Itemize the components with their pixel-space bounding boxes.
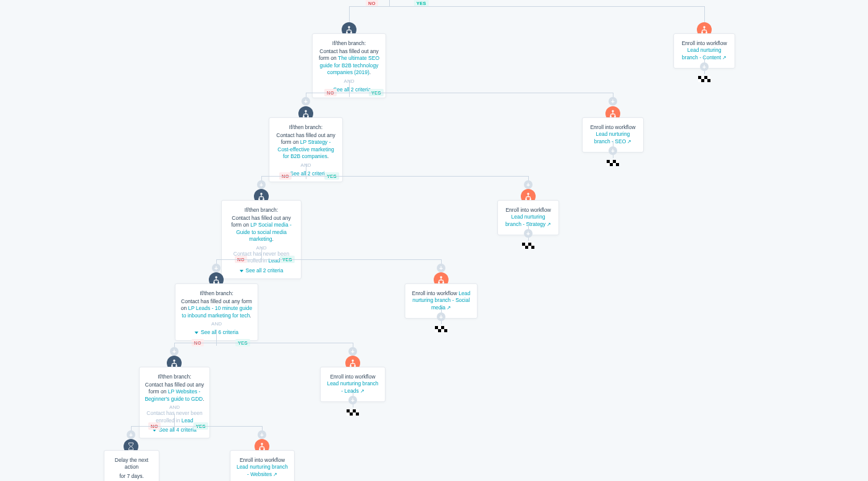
card-body: Contact has filled out any form on LP So… — [227, 215, 296, 243]
add-action[interactable]: + — [437, 312, 445, 321]
and-label: AND — [180, 321, 253, 327]
card-body: Enroll into workflow Lead nurturing bran… — [235, 457, 289, 478]
add-action[interactable]: + — [524, 180, 533, 189]
svg-point-27 — [352, 359, 354, 362]
card-title: If/then branch: — [227, 207, 296, 213]
add-action[interactable]: + — [700, 62, 709, 71]
add-action[interactable]: + — [524, 229, 533, 238]
card-title: If/then branch: — [318, 40, 381, 46]
add-action[interactable]: + — [257, 180, 266, 189]
card-title: If/then branch: — [180, 290, 253, 296]
svg-point-12 — [260, 193, 263, 195]
enroll-card[interactable]: Enroll into workflow Lead nurturing bran… — [230, 450, 295, 481]
svg-point-6 — [305, 110, 307, 112]
branch-card[interactable]: If/then branch: Contact has filled out a… — [221, 200, 301, 279]
card-body: Contact has filled out any form on LP St… — [274, 132, 337, 161]
delay-card[interactable]: Delay the next action for 7 days. 0 cont… — [104, 450, 159, 481]
end-marker — [435, 326, 447, 332]
svg-point-30 — [261, 443, 263, 445]
add-action[interactable]: + — [348, 347, 357, 356]
card-title: If/then branch: — [145, 374, 204, 380]
card-body: Contact has filled out any form on The u… — [318, 48, 381, 77]
svg-point-18 — [215, 276, 217, 278]
end-marker — [522, 243, 534, 249]
card-body: Contact has filled out any form on LP We… — [145, 382, 204, 403]
svg-point-21 — [440, 276, 442, 278]
add-action[interactable]: + — [301, 97, 310, 106]
end-marker — [698, 76, 710, 82]
delay-text: Delay the next action — [109, 457, 154, 471]
card-body: Contact has filled out any form on LP Le… — [180, 298, 253, 319]
add-action[interactable]: + — [609, 97, 617, 106]
svg-point-24 — [173, 359, 175, 362]
and-label: AND — [145, 404, 204, 410]
add-action[interactable]: + — [127, 430, 135, 439]
add-action[interactable]: + — [258, 430, 266, 439]
add-action[interactable]: + — [212, 264, 221, 272]
end-marker — [607, 160, 619, 166]
svg-point-0 — [348, 26, 350, 28]
svg-point-15 — [527, 193, 529, 195]
add-action[interactable]: + — [609, 146, 617, 155]
add-action[interactable]: + — [170, 347, 179, 356]
see-all-link[interactable]: See all 2 criteria — [227, 267, 296, 274]
card-title: If/then branch: — [274, 124, 337, 130]
svg-point-3 — [703, 26, 706, 28]
end-marker — [347, 409, 359, 416]
add-action[interactable]: + — [348, 396, 357, 404]
add-action[interactable]: + — [437, 264, 445, 272]
svg-point-9 — [612, 110, 614, 112]
delay-duration: for 7 days. — [109, 473, 154, 480]
